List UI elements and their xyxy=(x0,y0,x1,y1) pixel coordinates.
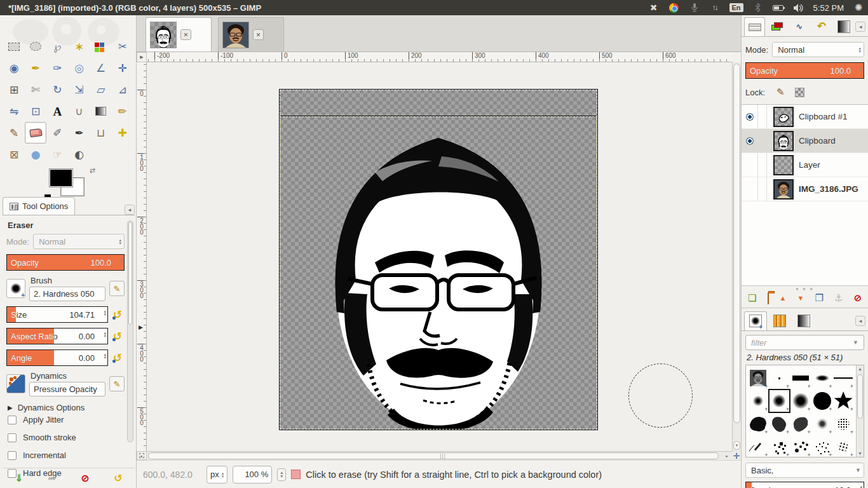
clipboard-brush[interactable] xyxy=(747,367,769,390)
apply-jitter-checkbox[interactable]: Apply Jitter xyxy=(8,415,125,424)
duplicate-layer-button[interactable]: ❐ xyxy=(815,292,823,304)
perspective-clone-tool[interactable]: ⊠ xyxy=(3,144,25,165)
keyboard-layout-indicator[interactable]: En xyxy=(729,3,743,12)
tab-undo-history[interactable]: ↶ xyxy=(811,17,832,36)
bucket-fill-tool[interactable]: ∪ xyxy=(69,100,90,122)
layer-visibility-toggle[interactable] xyxy=(742,153,758,177)
lock-alpha-icon[interactable] xyxy=(795,88,804,97)
hardness-075[interactable] xyxy=(790,390,811,412)
collapse-tool-options-button[interactable]: ◂ xyxy=(125,205,135,215)
tab-gradients[interactable] xyxy=(792,311,815,330)
hardness-100[interactable] xyxy=(811,390,833,412)
heal-tool[interactable]: ✚ xyxy=(112,122,133,144)
chalk-02[interactable] xyxy=(769,412,790,435)
layer-row-clipboard-1[interactable]: Clipboard #1 xyxy=(742,105,868,129)
pencil-tool[interactable]: ✏ xyxy=(112,100,133,122)
tab-images[interactable] xyxy=(833,17,854,36)
zoom-spinner[interactable]: ▴▾ xyxy=(277,468,286,481)
aspect-ratio-slider-spinner[interactable]: ▴▾ xyxy=(104,331,106,337)
edit-brush-button[interactable]: ✎ xyxy=(109,281,125,296)
reset-aspect-ratio-button[interactable]: ↺ xyxy=(111,329,125,344)
brush-scroll-down-arrow[interactable]: ▼ xyxy=(857,451,864,456)
restore-tool-preset-button[interactable]: ➦ xyxy=(48,472,56,484)
pixel-brush[interactable] xyxy=(769,367,790,390)
horizontal-scrollbar-thumb[interactable]: ||| xyxy=(148,452,719,459)
block-brush[interactable] xyxy=(790,367,811,390)
dynamics-name-field[interactable]: Pressure Opacity xyxy=(29,382,105,396)
layer-row-img-3186-jpg[interactable]: IMG_3186.JPG xyxy=(742,177,868,201)
ellipse-select-tool[interactable] xyxy=(25,36,46,57)
layer-row-clipboard[interactable]: Clipboard xyxy=(742,129,868,153)
tab-patterns[interactable] xyxy=(768,311,791,330)
layer-link-cell[interactable] xyxy=(758,177,767,201)
measure-tool[interactable]: ∠ xyxy=(90,57,112,79)
close-tab-icon[interactable]: ✕ xyxy=(180,29,191,40)
zoom-tool[interactable]: ◎ xyxy=(69,57,90,79)
unit-select[interactable]: px ▴▾ xyxy=(207,466,227,484)
ruler-corner-button[interactable]: ▶ xyxy=(137,52,147,62)
select-by-color-tool[interactable] xyxy=(90,36,112,57)
microphone-icon[interactable] xyxy=(689,2,700,13)
scale-tool[interactable]: ⇲ xyxy=(69,79,90,100)
brush-scrollbar-thumb[interactable] xyxy=(857,374,863,419)
raise-layer-button[interactable]: ▲ xyxy=(780,294,787,302)
foreground-color-swatch[interactable] xyxy=(50,169,72,187)
chalk-03[interactable] xyxy=(790,412,811,435)
reset-tool-options-button[interactable]: ↺ xyxy=(114,472,122,484)
align-tool[interactable]: ⊞ xyxy=(3,79,25,100)
blur-sharpen-tool[interactable]: ● xyxy=(25,144,46,165)
airbrush-tool[interactable]: ✐ xyxy=(46,122,68,144)
tab-brushes[interactable] xyxy=(744,311,767,330)
chalk-01[interactable] xyxy=(747,412,769,435)
filter-dropdown-arrow[interactable]: ▼ xyxy=(853,339,858,346)
angle-slider[interactable]: Angle0.00Angle0.00▴▾ xyxy=(6,349,108,366)
eraser-tool[interactable] xyxy=(25,122,46,144)
smooth-stroke-checkbox[interactable]: Smooth stroke xyxy=(8,433,125,442)
thin-line-brush[interactable] xyxy=(832,367,854,390)
dynamics-preview-thumbnail[interactable] xyxy=(6,374,25,393)
foreground-select-tool[interactable]: ◉ xyxy=(3,57,25,79)
rectangle-select-tool[interactable] xyxy=(3,36,25,57)
reset-angle-button[interactable]: ↺ xyxy=(111,350,125,365)
tab-layers[interactable] xyxy=(744,17,765,36)
close-tab-icon[interactable]: ✕ xyxy=(253,29,264,40)
anchor-layer-button[interactable]: ⚓ xyxy=(834,292,843,304)
shear-tool[interactable]: ▱ xyxy=(90,79,112,100)
battery-icon[interactable] xyxy=(773,2,784,13)
delete-layer-button[interactable]: ⊘ xyxy=(853,292,862,304)
canvas-viewport[interactable] xyxy=(147,62,732,451)
angle-slider-spinner[interactable]: ▴▾ xyxy=(104,353,106,359)
aspect-ratio-slider[interactable]: Aspect Ratio0.00Aspect Ratio0.00▴▾ xyxy=(6,328,108,344)
cage-transform-tool[interactable]: ⊡ xyxy=(25,100,46,122)
paths-tool[interactable]: ✒ xyxy=(25,57,46,79)
mode-spinner[interactable]: ▴▾ xyxy=(119,238,121,245)
eraser-opacity-slider-spinner[interactable]: ▴▾ xyxy=(120,257,123,264)
vertical-scrollbar[interactable]: ▾ xyxy=(732,62,741,451)
ink-tool[interactable]: ✒ xyxy=(69,122,90,144)
incremental-checkbox[interactable]: Incremental xyxy=(8,451,125,460)
unit-spinner[interactable]: ▴▾ xyxy=(222,471,224,478)
network-arrows-icon[interactable]: ↑↓ xyxy=(709,2,721,13)
layer-mode-select[interactable]: Normal ▴▾ xyxy=(772,42,864,57)
free-select-tool[interactable]: ℘ xyxy=(46,36,68,57)
color-picker-tool[interactable]: ✑ xyxy=(46,57,68,79)
size-slider[interactable]: Size104.71Size104.71▴▾ xyxy=(6,306,108,323)
text-tool[interactable]: A xyxy=(46,100,68,122)
image-tab-bw[interactable]: ✕ xyxy=(146,17,212,51)
move-tool[interactable]: ✛ xyxy=(112,57,133,79)
scissors-select-tool[interactable]: ✂ xyxy=(112,36,133,57)
edit-dynamics-button[interactable]: ✎ xyxy=(109,376,125,391)
save-tool-preset-button[interactable]: ⇓ xyxy=(15,472,23,484)
layer-visibility-toggle[interactable] xyxy=(742,105,758,128)
swap-colors-icon[interactable]: ⇄ xyxy=(90,166,95,175)
size-slider-spinner[interactable]: ▴▾ xyxy=(104,309,106,316)
volume-icon[interactable] xyxy=(793,2,804,13)
rotate-tool[interactable]: ↻ xyxy=(46,79,68,100)
crop-tool[interactable]: ✄ xyxy=(25,79,46,100)
texture-brush[interactable] xyxy=(832,412,854,435)
brush-spacing-slider[interactable]: Spacing10.0Spacing10.0▴▾ xyxy=(745,482,864,488)
tool-options-tab[interactable]: Tool Options xyxy=(3,197,75,215)
texture-02[interactable] xyxy=(832,435,854,458)
tab-paths[interactable]: ∿ xyxy=(789,17,810,36)
tab-channels[interactable] xyxy=(766,17,787,36)
